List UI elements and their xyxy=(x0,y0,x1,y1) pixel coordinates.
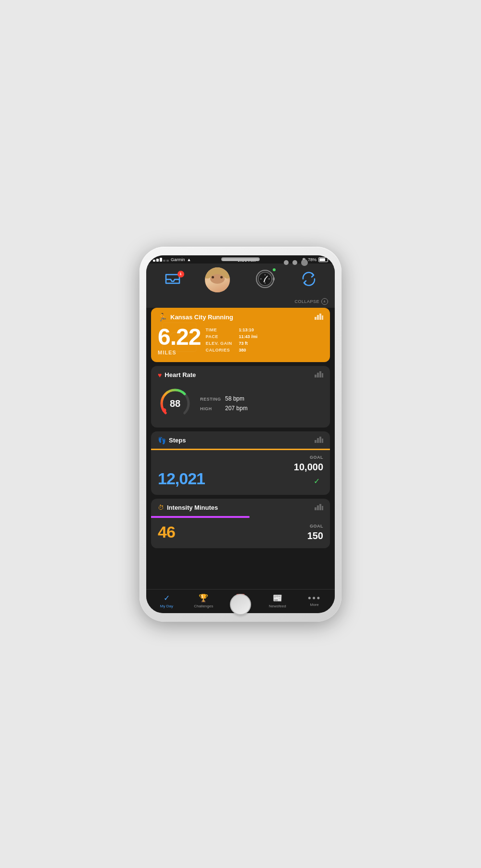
heart-rate-card[interactable]: ♥ Heart Rate xyxy=(151,366,330,428)
svg-rect-18 xyxy=(319,371,321,377)
wifi-icon: ▲ xyxy=(187,257,191,262)
intensity-goal-label: GOAL xyxy=(310,524,323,528)
svg-rect-24 xyxy=(317,438,319,443)
intensity-chart-icon[interactable] xyxy=(315,503,323,512)
stat-label-2: ELEV. GAIN xyxy=(205,341,232,346)
activity-chart-icon[interactable] xyxy=(315,313,323,321)
intensity-value: 46 xyxy=(158,523,175,541)
svg-rect-10 xyxy=(315,317,316,320)
collapse-button[interactable]: COLLAPSE ∧ xyxy=(294,298,328,305)
phone-home-button[interactable] xyxy=(230,594,251,615)
challenges-label: Challenges xyxy=(194,604,213,608)
svg-rect-30 xyxy=(322,506,323,510)
steps-title: Steps xyxy=(169,437,186,444)
online-indicator xyxy=(272,267,277,272)
svg-rect-9 xyxy=(273,277,275,280)
phone-camera-area xyxy=(284,259,308,266)
svg-rect-17 xyxy=(317,373,319,377)
nav-newsfeed[interactable]: 📰 Newsfeed xyxy=(259,593,296,608)
resting-value: 58 bpm xyxy=(225,395,244,402)
svg-rect-25 xyxy=(319,437,321,443)
svg-rect-16 xyxy=(315,375,316,377)
inbox-button[interactable]: 1 xyxy=(164,273,181,287)
chevron-up-icon: ∧ xyxy=(321,298,328,305)
steps-value: 12,021 xyxy=(158,469,205,488)
stat-label-0: TIME xyxy=(205,327,232,332)
my-day-label: My Day xyxy=(160,604,173,608)
svg-rect-26 xyxy=(322,439,323,443)
svg-rect-13 xyxy=(322,315,323,320)
nav-more[interactable]: ●●● More xyxy=(296,594,333,607)
svg-rect-19 xyxy=(322,373,323,377)
heart-rate-chart-icon[interactable] xyxy=(315,371,323,379)
steps-goal-value: 10,000 xyxy=(294,462,323,473)
my-day-icon: ✓ xyxy=(164,593,170,603)
carrier-label: Garmin xyxy=(171,257,185,262)
battery-percent: 78% xyxy=(308,257,316,262)
inbox-badge: 1 xyxy=(177,271,184,277)
high-value: 207 bpm xyxy=(225,405,248,412)
stat-value-3: 380 xyxy=(239,348,258,352)
svg-point-15 xyxy=(177,333,181,337)
svg-rect-14 xyxy=(163,323,196,352)
stat-value-1: 11:43 /mi xyxy=(239,334,258,339)
steps-goal-label: GOAL xyxy=(310,455,323,460)
more-icon: ●●● xyxy=(308,594,321,601)
steps-icon: 👣 xyxy=(158,437,166,444)
stat-label-1: PACE xyxy=(205,334,232,339)
intensity-title: Intensity Minutes xyxy=(167,504,218,511)
stat-value-0: 1:13:10 xyxy=(239,327,258,332)
intensity-card[interactable]: ⏱ Intensity Minutes 46 xyxy=(151,499,330,548)
heart-rate-gauge: 88 xyxy=(158,386,192,421)
collapse-row: COLLAPSE ∧ xyxy=(146,296,335,308)
heart-icon: ♥ xyxy=(158,371,162,379)
device-button[interactable] xyxy=(253,267,277,292)
goal-achieved-badge: ✓ xyxy=(310,475,323,488)
svg-rect-27 xyxy=(315,507,316,510)
heart-rate-value: 88 xyxy=(170,398,180,409)
content-scroll[interactable]: 🏃 Kansas City Running 6.22 xyxy=(146,308,335,589)
svg-rect-11 xyxy=(317,315,319,320)
resting-label: RESTING xyxy=(200,397,219,402)
phone-speaker xyxy=(221,257,260,261)
high-label: HIGH xyxy=(200,406,219,411)
heart-rate-title: Heart Rate xyxy=(165,371,196,378)
stat-value-2: 73 ft xyxy=(239,341,258,346)
phone-outer: Garmin ▲ 9:30 AM ✱ 78% xyxy=(139,247,342,622)
steps-card[interactable]: 👣 Steps 12,021 xyxy=(151,431,330,495)
intensity-goal-value: 150 xyxy=(307,530,323,541)
sync-button[interactable] xyxy=(300,270,317,289)
avatar-button[interactable] xyxy=(205,267,230,292)
newsfeed-label: Newsfeed xyxy=(269,604,286,608)
collapse-label: COLLAPSE xyxy=(294,299,319,304)
top-nav: 1 xyxy=(146,264,335,296)
nav-my-day[interactable]: ✓ My Day xyxy=(148,593,185,608)
map-watermark xyxy=(158,318,201,358)
svg-rect-23 xyxy=(315,440,316,443)
stat-label-3: CALORIES xyxy=(205,348,232,352)
nav-challenges[interactable]: 🏆 Challenges xyxy=(185,593,222,608)
newsfeed-icon: 📰 xyxy=(273,593,282,603)
challenges-icon: 🏆 xyxy=(199,593,208,603)
svg-rect-12 xyxy=(319,314,321,320)
steps-chart-icon[interactable] xyxy=(315,436,323,445)
activity-card[interactable]: 🏃 Kansas City Running 6.22 xyxy=(151,308,330,362)
svg-rect-29 xyxy=(319,504,321,510)
svg-rect-28 xyxy=(317,505,319,510)
intensity-icon: ⏱ xyxy=(158,504,164,511)
battery-icon xyxy=(318,257,328,262)
more-label: More xyxy=(310,603,318,607)
phone-screen: Garmin ▲ 9:30 AM ✱ 78% xyxy=(146,255,335,613)
